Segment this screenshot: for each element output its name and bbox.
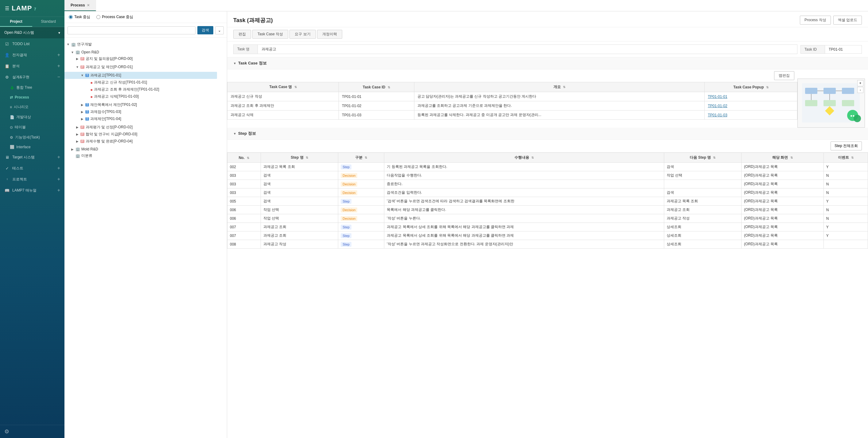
settings-icon[interactable]: ⚙ — [4, 429, 9, 435]
sidebar-item-test[interactable]: ✓ 테스트 + — [0, 163, 64, 174]
tree-row-tp010101[interactable]: ● 과제공고 신규 작성[TP01-01-01] — [64, 79, 217, 86]
sidebar-item-target[interactable]: 🖥 Target 시스템 + — [0, 152, 64, 163]
table-row[interactable]: 007 과제공고 조회 Step 과제공고 목록에서 상세 조회를 위해 목록에… — [227, 231, 868, 240]
task-case-popup[interactable]: TP01-01-03 — [705, 111, 797, 120]
sort-icon[interactable]: ⇅ — [531, 156, 534, 159]
sidebar-item-tree[interactable]: 🌲 통합 Tree — [0, 83, 64, 93]
task-center-toggle[interactable]: Task 중심 — [69, 14, 90, 20]
tree-row-pord00[interactable]: ▶ P 공지 및 질의응답[P-ORD-00] — [64, 55, 222, 62]
step-no: 006 — [227, 214, 261, 223]
excel-upload-button[interactable]: 엑셀 업로드 — [833, 15, 862, 25]
table-row[interactable]: 과제공고 삭제 TP01-01-03 등록된 과제공고를 삭제한다. 과제공고 … — [227, 111, 797, 120]
sort-icon[interactable]: ⇅ — [306, 156, 308, 159]
sidebar-item-table[interactable]: ⊙ 테이블 — [0, 122, 64, 132]
sidebar-item-design[interactable]: ⚙ 설계&구현 − — [0, 71, 64, 83]
sidebar-item-function[interactable]: ⚙ 기능영세(Task) — [0, 132, 64, 143]
step-table: No. ⇅ Step 명 ⇅ 구분 ⇅ 수행내용 ⇅ 다음 Step 명 ⇅ 해… — [227, 153, 868, 249]
expand-icon[interactable]: + — [57, 154, 60, 160]
tree-row-tp0101[interactable]: ▼ T 과제공고[TP01-01] — [64, 72, 217, 79]
step-section-header[interactable]: ▼ Step 정보 — [227, 128, 868, 140]
sort-icon[interactable]: ⇅ — [563, 85, 565, 89]
tree-label: Mold R&D — [81, 147, 98, 151]
tab-revision[interactable]: 개정이력 — [317, 30, 342, 39]
sidebar-item-scenario[interactable]: ≡ 시나리오 — [0, 102, 64, 112]
table-row[interactable]: 003 검색 Decision 종료한다. (ORD)과제공고 목록 N — [227, 180, 868, 188]
zoom-out-button[interactable]: - — [857, 87, 863, 93]
hamburger-icon[interactable]: ☰ — [5, 5, 9, 11]
sort-icon[interactable]: ⇅ — [247, 156, 249, 160]
sidebar-item-interface[interactable]: ⬜ Interface — [0, 143, 64, 152]
sidebar-item-manual[interactable]: 📖 LAMP7 매뉴얼 + — [0, 185, 64, 196]
tree-row-pord03[interactable]: ▶ P 협약 및 연구비 지급[P-ORD-03] — [64, 131, 222, 138]
expand-icon[interactable]: + — [57, 63, 60, 69]
table-row[interactable]: 과제공고 신규 작성 TP01-01-01 공고 담당자(관리자)는 과제공고를… — [227, 92, 797, 101]
collapse-icon[interactable]: − — [57, 74, 60, 80]
table-row[interactable]: 008 과제공고 작성 Step '작성' 버튼을 누르면 과제공고 작성화면으… — [227, 240, 868, 249]
table-row[interactable]: 과제공고 조회 후 과제제안 TP01-01-02 과제공고를 조회하고 공고과… — [227, 101, 797, 111]
sidebar-item-dev[interactable]: 📄 개발대상 — [0, 112, 64, 122]
tab-standard[interactable]: Standard — [32, 17, 64, 27]
tree-row-tp0104[interactable]: ▶ T 과제제안[TP01-04] — [64, 116, 219, 122]
process-case-radio[interactable] — [96, 15, 100, 19]
task-case-popup[interactable]: TP01-01-01 — [705, 92, 797, 101]
tab-process[interactable]: Process ✕ — [64, 0, 96, 11]
tree-row-openrd[interactable]: ▼ 🏢 Open R&D — [64, 49, 222, 55]
sidebar-item-label: Target 시스템 — [12, 155, 35, 160]
table-row[interactable]: 007 과제공고 조회 Step 과제공고 목록에서 상세 조회를 위해 목록에… — [227, 223, 868, 231]
sort-icon[interactable]: ⇅ — [790, 156, 793, 159]
sidebar-item-label: Interface — [16, 145, 31, 149]
tree-row-pord02[interactable]: ▶ P 과제평가 및 선정[P-ORD-02] — [64, 124, 222, 131]
sort-icon[interactable]: ⇅ — [766, 86, 769, 89]
process-case-center-toggle[interactable]: Process Case 중심 — [96, 14, 133, 20]
tab-project[interactable]: Project — [0, 17, 32, 27]
process-write-button[interactable]: Process 작성 — [800, 15, 831, 25]
tab-edit[interactable]: 편집 — [233, 30, 251, 39]
table-row[interactable]: 002 과제공고 목록 조회 Step 기 등록된 과제공고 목록을 조회한다.… — [227, 163, 868, 171]
sidebar-item-payment[interactable]: 👤 전자결재 + — [0, 50, 64, 60]
sidebar-system[interactable]: Open R&D 시스템 ▾ — [0, 27, 64, 38]
table-row[interactable]: 005 검색 Step '검색' 버튼을 누르면 검색조건에 따라 검색하고 검… — [227, 197, 868, 206]
task-center-radio[interactable] — [69, 15, 73, 19]
expand-icon[interactable]: + — [57, 52, 60, 58]
map-edit-button[interactable]: 맵편집 — [774, 71, 794, 80]
tree-row-tp0103[interactable]: ▶ T 과제접수[TP01-03] — [64, 108, 219, 116]
table-row[interactable]: 003 검색 Decision 다음작업을 수행한다. 작업 선택 (ORD)과… — [227, 171, 868, 180]
task-case-section-header[interactable]: ▼ Task Case 정보 — [227, 57, 868, 69]
tree-row-pord04[interactable]: ▶ P 과제수행 및 완료[P-ORD-04] — [64, 138, 222, 145]
zoom-in-button[interactable]: + — [857, 80, 863, 86]
step-name: 검색 — [260, 197, 338, 206]
tree-row-unclassified[interactable]: 🏢 미분류 — [64, 152, 224, 159]
tree-label: 과제공고[TP01-01] — [90, 73, 121, 78]
sort-icon[interactable]: ⇅ — [294, 85, 297, 89]
sort-icon[interactable]: ⇅ — [365, 156, 367, 159]
expand-icon[interactable]: + — [57, 188, 60, 193]
tree-row-pord01[interactable]: ▼ P 과제공고 및 제안[P-ORD-01] — [64, 64, 219, 71]
expand-icon[interactable]: + — [57, 165, 60, 171]
tree-row-tp010102[interactable]: ● 과제공고 조회 후 과제제안[TP01-01-02] — [64, 86, 217, 93]
tab-requirements[interactable]: 요구 보기 — [289, 30, 315, 39]
tree-row-tp010103[interactable]: ● 과제공고 삭제[TP01-01-03] — [64, 93, 217, 100]
tab-task-case[interactable]: Task Case 작성 — [252, 30, 288, 39]
expand-icon[interactable]: + — [57, 177, 60, 182]
step-event: Y — [824, 231, 868, 240]
sort-icon[interactable]: ⇅ — [388, 86, 390, 89]
sidebar-item-todo[interactable]: ☑ TODO List — [0, 38, 64, 50]
expand-button[interactable]: ⌄ — [215, 26, 224, 34]
sidebar-item-analysis[interactable]: 📋 분석 + — [0, 60, 64, 71]
table-row[interactable]: 003 검색 Decision 검색조건을 입력한다. 검색 (ORD)과제공고… — [227, 188, 868, 197]
tree-row-tp0102[interactable]: ▶ T 재안목록에서 제안[TP01-02] — [64, 101, 219, 108]
step-all-button[interactable]: Step 전체조회 — [831, 142, 862, 150]
tab-close-icon[interactable]: ✕ — [87, 3, 90, 7]
sort-icon[interactable]: ⇅ — [851, 156, 854, 159]
search-button[interactable]: 검색 — [197, 26, 213, 34]
table-row[interactable]: 006 작업 선택 Decision 목록에서 해당 과제공고를 클릭한다. 과… — [227, 206, 868, 214]
sidebar-item-project[interactable]: ⦂ 프로젝트 + — [0, 174, 64, 185]
tree-row-moldrd[interactable]: ▶ 🏢 Mold R&D — [64, 146, 224, 152]
task-case-popup[interactable]: TP01-01-02 — [705, 101, 797, 111]
tree-row-root[interactable]: ▼ 🏢 연구개발 — [64, 41, 224, 48]
sort-icon[interactable]: ⇅ — [713, 156, 715, 159]
table-row[interactable]: 006 작업 선택 Decision '작성' 버튼을 누른다. 과제공고 작성… — [227, 214, 868, 223]
sidebar-item-process[interactable]: ⇄ Process — [0, 93, 64, 102]
step-event: Y — [824, 223, 868, 231]
search-input[interactable] — [67, 26, 195, 34]
